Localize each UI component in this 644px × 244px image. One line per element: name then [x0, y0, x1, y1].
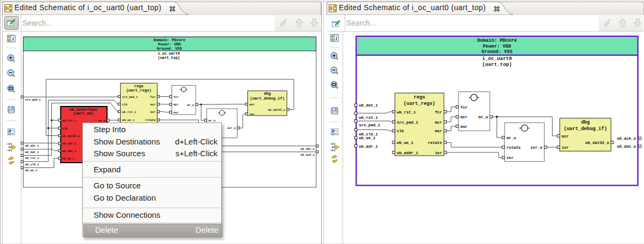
svg-text:mcr: mcr [461, 115, 468, 119]
svg-text:wb_rst_i: wb_rst_i [122, 111, 137, 114]
svg-text:wb_rst_i: wb_rst_i [359, 116, 378, 120]
svg-text:wb_rst_i: wb_rst_i [397, 110, 416, 115]
svg-text:srx_pad_i: srx_pad_i [122, 96, 138, 99]
svg-text:ier_o: ier_o [227, 127, 236, 130]
svg-text:mr_o: mr_o [478, 115, 488, 119]
svg-text:mr_o: mr_o [507, 136, 516, 140]
svg-text:Ground: VSS: Ground: VSS [482, 49, 513, 55]
svg-text:regs: regs [134, 84, 143, 88]
svg-text:wb_clk_i: wb_clk_i [25, 163, 40, 166]
svg-text:wb_dat32_o: wb_dat32_o [585, 141, 609, 145]
svg-text:srx_pad_i: srx_pad_i [25, 98, 41, 102]
svg-text:regs: regs [414, 95, 425, 100]
svg-text:mcr: mcr [435, 120, 442, 125]
svg-text:wb_we_i: wb_we_i [25, 169, 37, 172]
svg-text:dbg: dbg [581, 120, 589, 125]
svg-text:(uart_regs): (uart_regs) [404, 101, 435, 106]
svg-text:ier: ier [562, 146, 569, 150]
svg-text:wb_dat32_o: wb_dat32_o [268, 109, 285, 112]
svg-text:wb_dat32_o: wb_dat32_o [63, 135, 80, 138]
svg-text:wb_adr_i: wb_adr_i [63, 142, 77, 146]
svg-text:Domain: PDcore: Domain: PDcore [477, 38, 517, 43]
svg-text:wb_we_i: wb_we_i [122, 119, 135, 122]
svg-text:(uart_debug_if): (uart_debug_if) [250, 96, 285, 101]
svg-text:wb_ack_o: wb_ack_o [301, 154, 315, 157]
svg-text:i_oc_uart0: i_oc_uart0 [158, 51, 180, 56]
svg-text:i: i [12, 36, 14, 42]
svg-text:wb_we_i: wb_we_i [63, 157, 75, 161]
svg-text:(uart_debug_if): (uart_debug_if) [564, 126, 607, 132]
svg-text:wb_dat_i: wb_dat_i [359, 103, 378, 108]
svg-text:rstate: rstate [428, 141, 442, 145]
svg-text:mcr: mcr [150, 103, 156, 106]
svg-text:wb_clk_i: wb_clk_i [359, 132, 378, 136]
svg-text:mcr: mcr [174, 103, 179, 106]
svg-text:fcr: fcr [150, 96, 156, 99]
svg-text:fcr: fcr [461, 105, 468, 110]
svg-text:(uart_wb): (uart_wb) [73, 111, 94, 116]
svg-text:ier_o: ier_o [531, 146, 543, 150]
svg-text:(uart_top): (uart_top) [158, 56, 180, 60]
svg-text:wb_adr_i: wb_adr_i [359, 144, 378, 149]
svg-text:Ground: VSS: Ground: VSS [157, 47, 183, 51]
svg-text:clk: clk [122, 103, 128, 106]
svg-text:dbg: dbg [264, 92, 271, 96]
svg-text:Domain: PDcore: Domain: PDcore [153, 38, 185, 42]
svg-text:msr: msr [435, 129, 442, 133]
svg-text:wb_dat_i: wb_dat_i [25, 151, 40, 154]
svg-text:wb_ack_o: wb_ack_o [617, 136, 637, 141]
svg-text:Power: VDD: Power: VDD [158, 42, 181, 47]
svg-text:clk: clk [63, 127, 68, 131]
svg-text:ier: ier [250, 113, 255, 116]
svg-text:wb_adr_i: wb_adr_i [25, 144, 40, 148]
svg-text:fcr: fcr [174, 96, 179, 99]
svg-text:ier: ier [435, 151, 442, 155]
svg-text:(uart_top): (uart_top) [482, 62, 512, 67]
svg-text:msr: msr [150, 111, 156, 114]
svg-text:wb_dat_o: wb_dat_o [301, 148, 315, 151]
svg-text:i: i [336, 35, 337, 41]
svg-text:mcr: mcr [562, 134, 569, 139]
svg-text:msr: msr [461, 125, 468, 129]
svg-text:wb_we_i: wb_we_i [397, 141, 414, 145]
svg-text:clk: clk [397, 129, 405, 133]
svg-text:rstate: rstate [145, 119, 156, 122]
svg-text:wb_rst_i: wb_rst_i [63, 119, 77, 123]
svg-text:Power: VDD: Power: VDD [483, 44, 511, 49]
svg-text:wb_addr_i: wb_addr_i [397, 151, 418, 155]
svg-text:wb_dat_i: wb_dat_i [63, 150, 77, 153]
svg-text:(uart_regs): (uart_regs) [126, 88, 151, 93]
svg-text:i_oc_uart0: i_oc_uart0 [482, 56, 512, 62]
svg-text:wb_dat_o: wb_dat_o [617, 144, 637, 149]
svg-text:wb_interface: wb_interface [69, 108, 97, 112]
svg-text:ier: ier [507, 156, 514, 160]
svg-text:srx_pad_i: srx_pad_i [397, 120, 418, 125]
svg-text:rstate: rstate [507, 146, 521, 150]
svg-text:mcr: mcr [250, 103, 255, 106]
svg-text:wb_rst_i: wb_rst_i [25, 157, 40, 160]
svg-text:fcr: fcr [435, 110, 442, 115]
svg-text:msr: msr [174, 111, 179, 115]
svg-text:wb_we_i: wb_we_i [359, 136, 376, 140]
svg-text:srx_pad_i: srx_pad_i [359, 123, 381, 127]
svg-text:mr_o: mr_o [187, 104, 194, 107]
